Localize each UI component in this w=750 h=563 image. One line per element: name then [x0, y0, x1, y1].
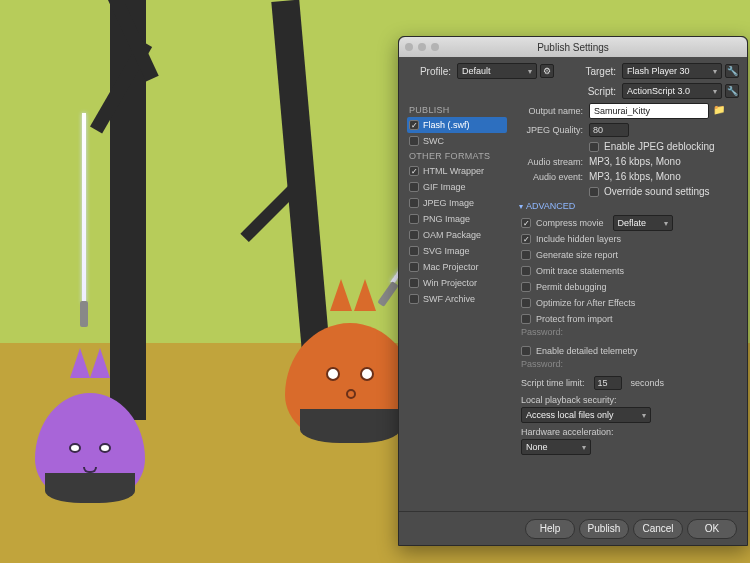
sidebar-item-label: Mac Projector [423, 262, 479, 272]
checkbox-icon[interactable] [409, 278, 419, 288]
size-report-label: Generate size report [536, 250, 618, 260]
audio-stream-value[interactable]: MP3, 16 kbps, Mono [589, 156, 681, 167]
sidebar-item-svg[interactable]: SVG Image [407, 243, 507, 259]
local-playback-label: Local playback security: [521, 395, 739, 405]
minimize-icon[interactable] [418, 43, 426, 51]
checkbox-icon[interactable] [409, 136, 419, 146]
script-label: Script: [576, 86, 616, 97]
sidebar-item-label: SVG Image [423, 246, 470, 256]
audio-event-value[interactable]: MP3, 16 kbps, Mono [589, 171, 681, 182]
checkbox-icon[interactable] [409, 214, 419, 224]
profile-options-icon[interactable]: ⚙ [540, 64, 554, 78]
script-time-label: Script time limit: [521, 378, 585, 388]
publish-button[interactable]: Publish [579, 519, 629, 539]
password-label: Password: [513, 327, 739, 337]
sidebar-item-oam[interactable]: OAM Package [407, 227, 507, 243]
sidebar-heading-other: OTHER FORMATS [409, 151, 507, 161]
sidebar-item-flash-swf[interactable]: Flash (.swf) [407, 117, 507, 133]
checkbox-icon[interactable] [409, 230, 419, 240]
hidden-layers-checkbox[interactable] [521, 234, 531, 244]
sidebar-item-label: PNG Image [423, 214, 470, 224]
sidebar-item-jpeg[interactable]: JPEG Image [407, 195, 507, 211]
local-playback-select[interactable]: Access local files only▾ [521, 407, 651, 423]
checkbox-icon[interactable] [409, 198, 419, 208]
sidebar-item-gif[interactable]: GIF Image [407, 179, 507, 195]
sidebar-item-label: SWC [423, 136, 444, 146]
script-time-suffix: seconds [631, 378, 665, 388]
checkbox-icon[interactable] [409, 182, 419, 192]
sidebar-item-swc[interactable]: SWC [407, 133, 507, 149]
override-sound-checkbox[interactable] [589, 187, 599, 197]
advanced-disclosure[interactable]: ADVANCED [519, 201, 739, 211]
compress-movie-checkbox[interactable] [521, 218, 531, 228]
checkbox-icon[interactable] [409, 166, 419, 176]
audio-event-label: Audio event: [513, 172, 583, 182]
profile-select[interactable]: Default▾ [457, 63, 537, 79]
dialog-title: Publish Settings [537, 42, 609, 53]
settings-pane: Output name: 📁 JPEG Quality: Enable JPEG… [513, 103, 739, 455]
protect-import-label: Protect from import [536, 314, 613, 324]
omit-trace-checkbox[interactable] [521, 266, 531, 276]
profile-label: Profile: [407, 66, 451, 77]
sidebar-item-label: JPEG Image [423, 198, 474, 208]
sidebar-item-win-projector[interactable]: Win Projector [407, 275, 507, 291]
publish-settings-dialog: Publish Settings Profile: Default▾ ⚙ Tar… [398, 36, 748, 546]
password2-label: Password: [513, 359, 739, 369]
help-button[interactable]: Help [525, 519, 575, 539]
sidebar-item-swf-archive[interactable]: SWF Archive [407, 291, 507, 307]
output-name-label: Output name: [513, 106, 583, 116]
hw-accel-select[interactable]: None▾ [521, 439, 591, 455]
override-sound-label: Override sound settings [604, 186, 710, 197]
jpeg-quality-label: JPEG Quality: [513, 125, 583, 135]
telemetry-label: Enable detailed telemetry [536, 346, 638, 356]
audio-stream-label: Audio stream: [513, 157, 583, 167]
jpeg-deblocking-label: Enable JPEG deblocking [604, 141, 715, 152]
sidebar-heading-publish: PUBLISH [409, 105, 507, 115]
compress-movie-label: Compress movie [536, 218, 604, 228]
zoom-icon[interactable] [431, 43, 439, 51]
window-controls[interactable] [405, 43, 439, 51]
jpeg-deblocking-checkbox[interactable] [589, 142, 599, 152]
target-select[interactable]: Flash Player 30▾ [622, 63, 722, 79]
sidebar-item-label: Flash (.swf) [423, 120, 470, 130]
target-label: Target: [576, 66, 616, 77]
checkbox-icon[interactable] [409, 120, 419, 130]
hidden-layers-label: Include hidden layers [536, 234, 621, 244]
omit-trace-label: Omit trace statements [536, 266, 624, 276]
optimize-ae-checkbox[interactable] [521, 298, 531, 308]
script-time-input[interactable] [594, 376, 622, 390]
sidebar-item-html-wrapper[interactable]: HTML Wrapper [407, 163, 507, 179]
size-report-checkbox[interactable] [521, 250, 531, 260]
telemetry-checkbox[interactable] [521, 346, 531, 356]
sidebar-item-label: GIF Image [423, 182, 466, 192]
output-name-input[interactable] [589, 103, 709, 119]
sidebar-item-png[interactable]: PNG Image [407, 211, 507, 227]
close-icon[interactable] [405, 43, 413, 51]
cancel-button[interactable]: Cancel [633, 519, 683, 539]
sidebar-item-label: SWF Archive [423, 294, 475, 304]
optimize-ae-label: Optimize for After Effects [536, 298, 635, 308]
compress-movie-select[interactable]: Deflate▾ [613, 215, 673, 231]
permit-debug-label: Permit debugging [536, 282, 607, 292]
sidebar-item-mac-projector[interactable]: Mac Projector [407, 259, 507, 275]
hw-accel-label: Hardware acceleration: [521, 427, 739, 437]
ok-button[interactable]: OK [687, 519, 737, 539]
checkbox-icon[interactable] [409, 246, 419, 256]
protect-import-checkbox[interactable] [521, 314, 531, 324]
format-sidebar: PUBLISH Flash (.swf) SWC OTHER FORMATS H… [407, 103, 507, 455]
sidebar-item-label: OAM Package [423, 230, 481, 240]
permit-debug-checkbox[interactable] [521, 282, 531, 292]
browse-folder-icon[interactable]: 📁 [713, 104, 727, 118]
target-settings-icon[interactable]: 🔧 [725, 64, 739, 78]
script-settings-icon[interactable]: 🔧 [725, 84, 739, 98]
dialog-button-bar: Help Publish Cancel OK [399, 511, 747, 545]
checkbox-icon[interactable] [409, 262, 419, 272]
dialog-titlebar[interactable]: Publish Settings [399, 37, 747, 57]
sidebar-item-label: Win Projector [423, 278, 477, 288]
script-select[interactable]: ActionScript 3.0▾ [622, 83, 722, 99]
sidebar-item-label: HTML Wrapper [423, 166, 484, 176]
checkbox-icon[interactable] [409, 294, 419, 304]
jpeg-quality-input[interactable] [589, 123, 629, 137]
